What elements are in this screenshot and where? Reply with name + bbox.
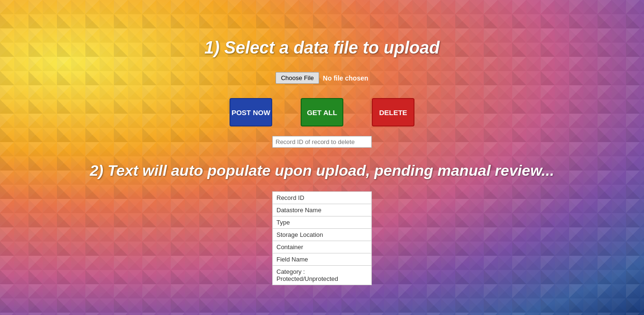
file-input-area: Choose File No file chosen bbox=[276, 72, 368, 84]
get-all-button[interactable]: GET ALL bbox=[301, 98, 343, 126]
table-row: Record ID bbox=[273, 192, 372, 204]
section1-title: 1) Select a data file to upload bbox=[204, 38, 440, 58]
delete-button[interactable]: DELETE bbox=[372, 98, 414, 126]
delete-record-id-input[interactable] bbox=[272, 136, 372, 148]
form-field-label: Datastore Name bbox=[273, 204, 372, 216]
form-field-label: Category : Protected/Unprotected bbox=[273, 266, 372, 285]
section2-title: 2) Text will auto populate upon upload, … bbox=[90, 162, 554, 180]
main-content: 1) Select a data file to upload Choose F… bbox=[0, 0, 644, 285]
post-now-button[interactable]: POST NOW bbox=[230, 98, 272, 126]
action-buttons-row: POST NOW GET ALL DELETE bbox=[230, 98, 414, 126]
form-field-label: Storage Location bbox=[273, 229, 372, 241]
form-field-label: Type bbox=[273, 216, 372, 229]
table-row: Storage Location bbox=[273, 229, 372, 241]
form-field-label: Field Name bbox=[273, 253, 372, 266]
no-file-label: No file chosen bbox=[323, 74, 368, 82]
form-field-label: Record ID bbox=[273, 192, 372, 204]
table-row: Category : Protected/Unprotected bbox=[273, 266, 372, 285]
table-row: Type bbox=[273, 216, 372, 229]
table-row: Container bbox=[273, 241, 372, 253]
table-row: Field Name bbox=[273, 253, 372, 266]
table-row: Datastore Name bbox=[273, 204, 372, 216]
form-field-label: Container bbox=[273, 241, 372, 253]
delete-input-area bbox=[272, 136, 372, 148]
form-fields-table: Record IDDatastore NameTypeStorage Locat… bbox=[272, 191, 372, 285]
choose-file-button[interactable]: Choose File bbox=[276, 72, 319, 84]
